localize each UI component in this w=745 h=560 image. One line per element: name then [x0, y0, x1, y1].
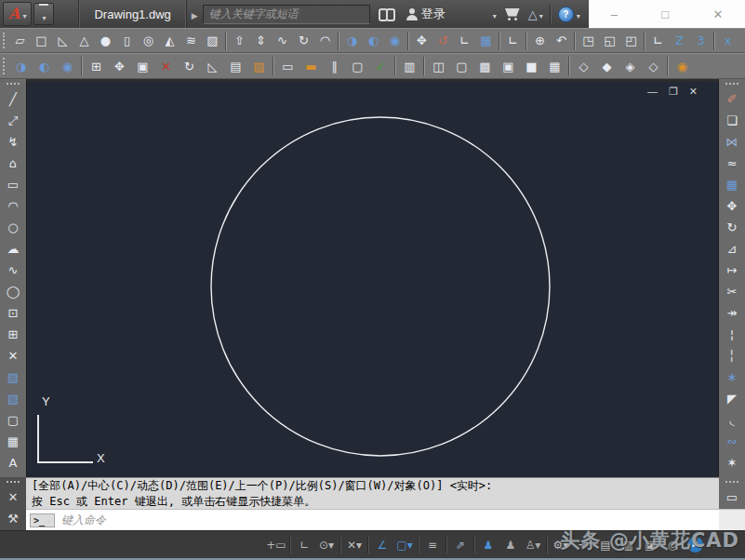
- toolbar-grip[interactable]: [725, 83, 738, 87]
- drawing-canvas[interactable]: — ❐ ✕ Y X: [26, 79, 719, 477]
- command-input[interactable]: [60, 513, 719, 527]
- toolbar-grip[interactable]: [3, 58, 7, 74]
- blend-curves-button[interactable]: ∾: [721, 431, 743, 452]
- annotation-visibility-button[interactable]: ♟: [478, 534, 499, 556]
- ucs-x-rotate-button[interactable]: x: [718, 31, 738, 51]
- command-history[interactable]: [全部(A)/中心(C)/动态(D)/范围(E)/上一个(P)/比例(S)/窗口…: [26, 477, 719, 509]
- taper-faces-button[interactable]: ◺: [202, 56, 223, 76]
- erase-button[interactable]: ✐: [721, 88, 743, 110]
- delete-faces-button[interactable]: ✕: [155, 56, 177, 76]
- intersect-button[interactable]: ◉: [385, 31, 405, 51]
- mirror-button[interactable]: ⋈: [721, 131, 743, 153]
- cart-icon[interactable]: [505, 8, 520, 20]
- toolbar-grip[interactable]: [7, 83, 20, 87]
- search-input[interactable]: [203, 5, 370, 24]
- close-button[interactable]: ✕: [712, 7, 723, 21]
- scale-button[interactable]: ⊿: [721, 238, 743, 260]
- 3d-rotate-button[interactable]: ↺: [433, 31, 453, 51]
- presspull-button[interactable]: ⇕: [251, 31, 271, 51]
- ucs-z-axis-button[interactable]: Z: [670, 31, 689, 51]
- autosnap-tracking-button[interactable]: ∠: [372, 534, 392, 556]
- rotate-button[interactable]: ↻: [721, 217, 743, 238]
- rectangle-button[interactable]: ▭: [2, 174, 24, 195]
- hatch-button[interactable]: ▨: [2, 367, 24, 388]
- wedge-button[interactable]: ◺: [53, 31, 73, 51]
- explode-button[interactable]: ✶: [721, 452, 743, 473]
- offset-faces-button[interactable]: ▣: [132, 56, 153, 76]
- polygon-button[interactable]: ⌂: [2, 153, 24, 174]
- line-button[interactable]: ╱: [2, 88, 24, 110]
- revision-cloud-button[interactable]: ☁: [2, 238, 24, 260]
- polysolid-button[interactable]: ▱: [10, 31, 30, 51]
- loft-button[interactable]: ◠: [315, 31, 335, 51]
- polyline-button[interactable]: ↯: [2, 131, 24, 153]
- help-button[interactable]: ?: [558, 6, 580, 22]
- move-button[interactable]: ✥: [721, 195, 743, 217]
- viewport-restore-button[interactable]: ❐: [669, 87, 678, 97]
- isolate-3-button[interactable]: ◈: [619, 56, 641, 76]
- command-close-button[interactable]: ✕: [2, 487, 24, 508]
- drawn-circle[interactable]: [211, 117, 550, 456]
- ellipse-button[interactable]: ◯: [2, 281, 24, 302]
- vs-hidden-button[interactable]: ▩: [474, 56, 496, 76]
- torus-button[interactable]: ◎: [139, 31, 158, 51]
- infer-constraints-button[interactable]: +▭: [266, 534, 286, 556]
- trim-button[interactable]: ✂: [721, 281, 743, 302]
- copy-edges-button[interactable]: ▭: [277, 56, 299, 76]
- polar-tracking-button[interactable]: ⊙▾: [316, 534, 337, 556]
- vs-conceptual-button[interactable]: ■: [521, 56, 542, 76]
- intersect-2-button[interactable]: ◉: [57, 56, 78, 76]
- stretch-button[interactable]: ↦: [721, 260, 743, 281]
- table-button[interactable]: ▦: [2, 431, 24, 452]
- viewport-close-button[interactable]: ✕: [689, 87, 698, 97]
- color-edges-button[interactable]: ▬: [300, 56, 322, 76]
- app-menu-button[interactable]: A: [3, 2, 32, 26]
- isolate-1-button[interactable]: ◇: [573, 56, 594, 76]
- viewport-minimize-button[interactable]: —: [647, 87, 658, 97]
- snap-mode-button[interactable]: ∟: [294, 534, 314, 556]
- subtract-2-button[interactable]: ◐: [33, 56, 55, 76]
- arc-button[interactable]: ◠: [2, 195, 24, 217]
- ucs-3point-button[interactable]: 3: [691, 31, 711, 51]
- vs-realistic-button[interactable]: ▣: [498, 56, 519, 76]
- create-block-button[interactable]: ⊞: [2, 324, 24, 345]
- vs-wireframe-button[interactable]: ▢: [451, 56, 472, 76]
- 3d-move-button[interactable]: ✥: [412, 31, 432, 51]
- sphere-button[interactable]: ●: [96, 31, 115, 51]
- pyramid-button[interactable]: ◭: [160, 31, 180, 51]
- render-button[interactable]: ◉: [672, 56, 693, 76]
- ucs-view-button[interactable]: ◰: [621, 31, 641, 51]
- extrude-faces-button[interactable]: ⊞: [86, 56, 107, 76]
- check-button[interactable]: ✓: [370, 56, 392, 76]
- object-snap-button[interactable]: ▢▾: [394, 534, 415, 556]
- annotation-scale-button[interactable]: ♙▾: [523, 534, 543, 556]
- array-button[interactable]: ▦: [721, 174, 743, 195]
- ucs-world-button[interactable]: ⊕: [530, 31, 550, 51]
- autoscale-button[interactable]: ♟: [500, 534, 521, 556]
- 3d-align-button[interactable]: ∟: [455, 31, 474, 51]
- search-binoculars-icon[interactable]: [379, 8, 395, 20]
- chamfer-button[interactable]: ◤: [721, 388, 743, 409]
- multiline-text-button[interactable]: A: [2, 452, 24, 473]
- quick-access-dropdown[interactable]: [33, 3, 54, 25]
- ucs-object-button[interactable]: ◱: [600, 31, 619, 51]
- region-button[interactable]: ▢: [2, 409, 24, 431]
- point-button[interactable]: ✕: [2, 345, 24, 367]
- subtract-button[interactable]: ◐: [364, 31, 383, 51]
- planar-surface-button[interactable]: ▨: [203, 31, 222, 51]
- expand-arrow-icon[interactable]: [192, 6, 198, 22]
- extract-edges-button[interactable]: ▥: [399, 56, 420, 76]
- lineweight-button[interactable]: ≡: [422, 534, 443, 556]
- box-button[interactable]: □: [32, 31, 51, 51]
- copy-faces-button[interactable]: ▤: [225, 56, 246, 76]
- isometric-drafting-button[interactable]: ✕▾: [344, 534, 365, 556]
- dock-grip[interactable]: [7, 481, 20, 485]
- cone-button[interactable]: △: [74, 31, 94, 51]
- spline-button[interactable]: ∿: [2, 260, 24, 281]
- selection-cycling-button[interactable]: ⇗: [450, 534, 471, 556]
- move-faces-button[interactable]: ✥: [109, 56, 130, 76]
- offset-button[interactable]: ≈: [721, 153, 743, 174]
- copy-button[interactable]: ❏: [721, 110, 743, 131]
- revolve-button[interactable]: ↻: [294, 31, 313, 51]
- extrude-button[interactable]: ⇧: [230, 31, 249, 51]
